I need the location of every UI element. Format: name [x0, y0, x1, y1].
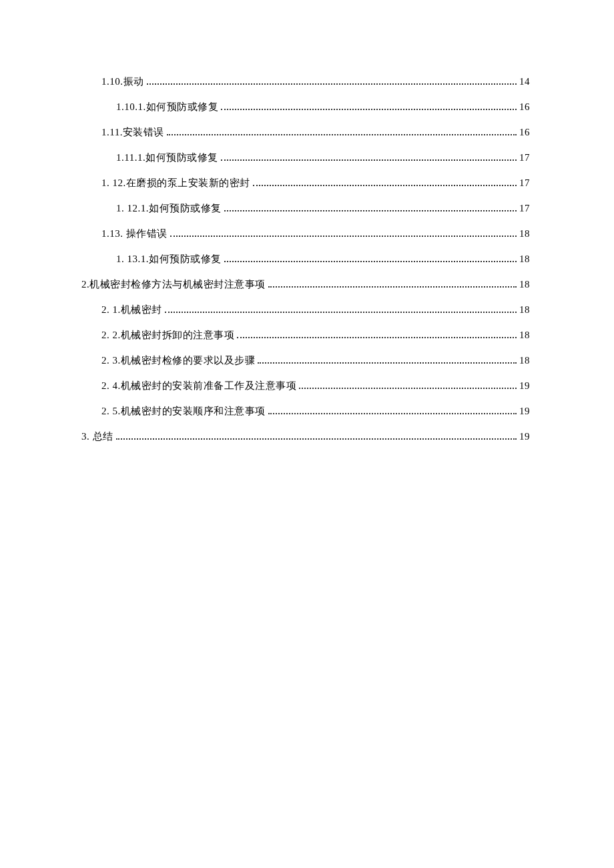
toc-label: 1.13. 操作错误: [101, 228, 168, 240]
toc-leader: [167, 134, 517, 135]
toc-label: 1.11.1.如何预防或修复: [116, 151, 218, 164]
table-of-contents: 1.10.振动 14 1.10.1.如何预防或修复 16 1.11.安装错误 1…: [81, 75, 530, 443]
toc-leader: [237, 337, 517, 338]
toc-entry: 2. 3.机械密封检修的要求以及步骤 18: [81, 354, 530, 367]
toc-entry: 1.10.1.如何预防或修复 16: [81, 101, 530, 113]
toc-leader: [165, 312, 517, 313]
toc-entry: 1. 12.1.如何预防或修复 17: [81, 202, 530, 215]
toc-page-number: 16: [519, 101, 530, 113]
toc-entry: 2. 5.机械密封的安装顺序和注意事项 19: [81, 405, 530, 418]
toc-page-number: 18: [519, 254, 530, 265]
toc-page-number: 14: [519, 76, 530, 87]
document-page: 1.10.振动 14 1.10.1.如何预防或修复 16 1.11.安装错误 1…: [0, 0, 614, 868]
toc-label: 1.10.1.如何预防或修复: [116, 101, 218, 113]
toc-leader: [299, 388, 517, 389]
toc-leader: [116, 438, 517, 440]
toc-entry: 1.11.安装错误 16: [81, 126, 530, 139]
toc-leader: [268, 286, 517, 288]
toc-label: 1. 12.在磨损的泵上安装新的密封: [101, 177, 250, 189]
toc-leader: [221, 159, 517, 161]
toc-label: 2. 2.机械密封拆卸的注意事项: [101, 329, 234, 342]
toc-page-number: 18: [519, 330, 530, 341]
toc-entry: 2. 1.机械密封 18: [81, 304, 530, 316]
toc-label: 2. 1.机械密封: [101, 304, 162, 316]
toc-label: 2. 4.机械密封的安装前准备工作及注意事项: [101, 380, 296, 392]
toc-label: 1.10.振动: [101, 75, 144, 88]
toc-entry: 1.11.1.如何预防或修复 17: [81, 151, 530, 164]
toc-leader: [170, 236, 517, 237]
toc-label: 3. 总结: [81, 430, 113, 443]
toc-leader: [253, 185, 517, 186]
toc-page-number: 17: [519, 177, 530, 189]
toc-page-number: 18: [519, 355, 530, 366]
toc-page-number: 18: [519, 279, 530, 290]
toc-entry: 2.机械密封检修方法与机械密封注意事项 18: [81, 278, 530, 291]
toc-label: 2. 5.机械密封的安装顺序和注意事项: [101, 405, 266, 418]
toc-page-number: 18: [519, 304, 530, 316]
toc-page-number: 19: [519, 380, 530, 392]
toc-entry: 1.10.振动 14: [81, 75, 530, 88]
toc-entry: 1.13. 操作错误 18: [81, 228, 530, 240]
toc-page-number: 19: [519, 431, 530, 442]
toc-leader: [221, 109, 517, 110]
toc-leader: [224, 261, 517, 262]
toc-page-number: 17: [519, 152, 530, 163]
toc-label: 1. 12.1.如何预防或修复: [116, 202, 222, 215]
toc-label: 2. 3.机械密封检修的要求以及步骤: [101, 354, 255, 367]
toc-page-number: 18: [519, 228, 530, 240]
toc-label: 2.机械密封检修方法与机械密封注意事项: [81, 278, 266, 291]
toc-page-number: 16: [519, 127, 530, 138]
toc-leader: [268, 413, 517, 414]
toc-entry: 2. 2.机械密封拆卸的注意事项 18: [81, 329, 530, 342]
toc-leader: [147, 83, 517, 85]
toc-entry: 1. 12.在磨损的泵上安装新的密封 17: [81, 177, 530, 189]
toc-entry: 1. 13.1.如何预防或修复 18: [81, 253, 530, 266]
toc-label: 1. 13.1.如何预防或修复: [116, 253, 222, 266]
toc-leader: [224, 210, 517, 211]
toc-entry: 2. 4.机械密封的安装前准备工作及注意事项 19: [81, 380, 530, 392]
toc-page-number: 19: [519, 406, 530, 417]
toc-leader: [258, 362, 517, 364]
toc-page-number: 17: [519, 203, 530, 214]
toc-label: 1.11.安装错误: [101, 126, 164, 139]
toc-entry: 3. 总结 19: [81, 430, 530, 443]
